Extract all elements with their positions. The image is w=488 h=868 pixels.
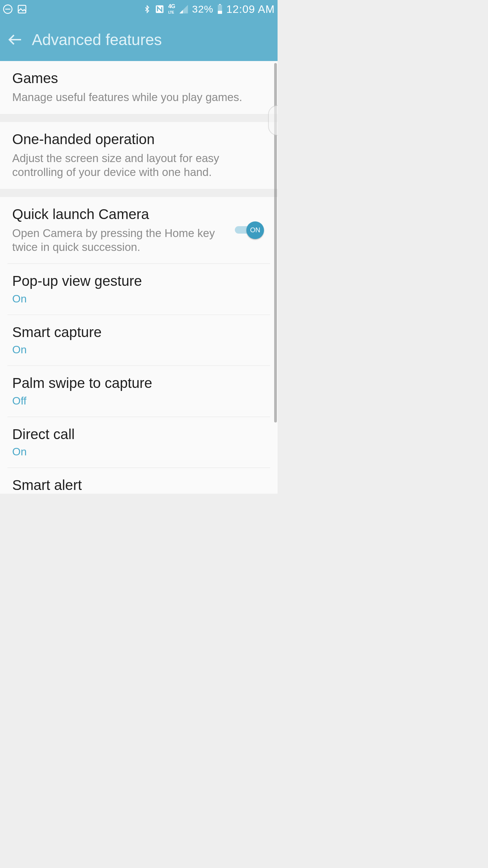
- image-icon: [17, 4, 27, 14]
- setting-games-title: Games: [12, 70, 265, 87]
- svg-rect-4: [219, 4, 221, 5]
- setting-games-subtitle: Manage useful features while you play ga…: [12, 90, 265, 104]
- setting-popup-view-gesture[interactable]: Pop-up view gesture On: [0, 264, 278, 314]
- setting-palm-swipe-status: Off: [12, 395, 265, 407]
- signal-icon: [179, 4, 189, 14]
- toggle-knob: ON: [246, 221, 264, 239]
- status-bar: 4GLTE 32% 12:09 AM: [0, 0, 278, 18]
- battery-icon: [217, 4, 223, 14]
- setting-direct-call[interactable]: Direct call On: [0, 417, 278, 468]
- setting-smart-capture-status: On: [12, 343, 265, 356]
- do-not-disturb-icon: [3, 4, 13, 14]
- setting-games[interactable]: Games Manage useful features while you p…: [0, 61, 278, 114]
- setting-smart-alert-title: Smart alert: [12, 477, 265, 494]
- setting-smart-alert[interactable]: Smart alert: [0, 468, 278, 494]
- setting-popup-view-gesture-status: On: [12, 293, 265, 305]
- setting-popup-view-gesture-title: Pop-up view gesture: [12, 273, 265, 290]
- settings-list: Quick launch Camera Open Camera by press…: [0, 197, 278, 494]
- setting-smart-capture[interactable]: Smart capture On: [0, 315, 278, 366]
- setting-quick-launch-camera-title: Quick launch Camera: [12, 206, 228, 223]
- svg-rect-2: [18, 5, 26, 13]
- app-bar: Advanced features: [0, 18, 278, 61]
- setting-palm-swipe-title: Palm swipe to capture: [12, 375, 265, 392]
- back-icon[interactable]: [7, 32, 22, 47]
- fast-scroll-handle[interactable]: [268, 105, 278, 136]
- status-clock: 12:09 AM: [226, 3, 275, 16]
- setting-one-handed[interactable]: One-handed operation Adjust the screen s…: [0, 122, 278, 189]
- svg-rect-6: [218, 11, 222, 14]
- setting-smart-capture-title: Smart capture: [12, 324, 265, 341]
- setting-one-handed-title: One-handed operation: [12, 131, 265, 148]
- nfc-icon: [155, 4, 165, 14]
- setting-quick-launch-camera-subtitle: Open Camera by pressing the Home key twi…: [12, 226, 228, 254]
- setting-direct-call-status: On: [12, 446, 265, 458]
- setting-one-handed-subtitle: Adjust the screen size and layout for ea…: [12, 151, 265, 179]
- setting-palm-swipe[interactable]: Palm swipe to capture Off: [0, 366, 278, 416]
- settings-content: Games Manage useful features while you p…: [0, 61, 278, 494]
- section-gap: [0, 114, 278, 122]
- status-left: [3, 4, 27, 14]
- network-type-label: 4GLTE: [168, 4, 175, 15]
- setting-quick-launch-camera[interactable]: Quick launch Camera Open Camera by press…: [0, 197, 278, 264]
- bluetooth-icon: [143, 4, 151, 14]
- setting-direct-call-title: Direct call: [12, 426, 265, 443]
- page-title: Advanced features: [32, 31, 162, 49]
- quick-launch-camera-toggle[interactable]: ON: [235, 223, 264, 237]
- status-right: 4GLTE 32% 12:09 AM: [143, 3, 275, 16]
- battery-percent: 32%: [192, 3, 214, 15]
- section-gap: [0, 189, 278, 197]
